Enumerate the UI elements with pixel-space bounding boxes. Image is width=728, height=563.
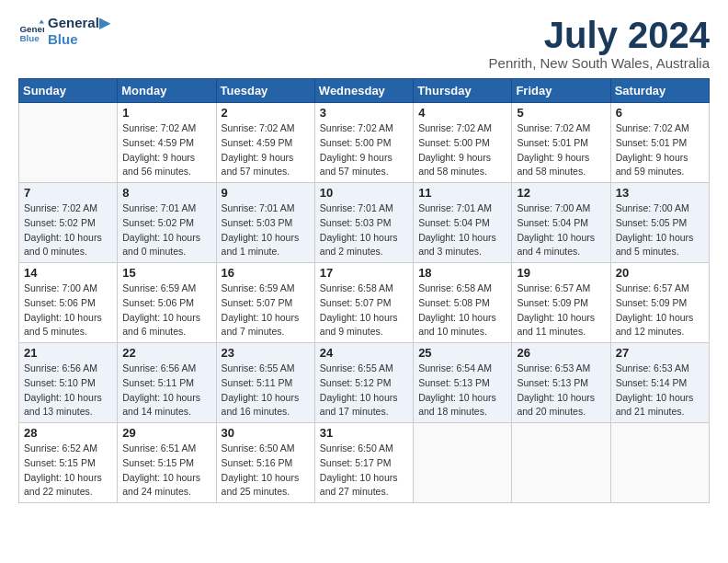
sunset-info: Sunset: 5:03 PM [320,216,408,231]
daylight-info-line2: and 9 minutes. [320,325,408,339]
svg-text:Blue: Blue [19,33,40,43]
sunrise-info: Sunrise: 6:55 AM [222,362,310,376]
table-row [414,423,512,503]
table-row [19,103,118,183]
daylight-info-line2: and 12 minutes. [616,325,704,339]
sunrise-info: Sunrise: 7:02 AM [24,201,112,216]
daylight-info-line1: Daylight: 10 hours [517,391,605,406]
table-row: 12Sunrise: 7:00 AMSunset: 5:04 PMDayligh… [512,183,610,263]
calendar-week-row: 7Sunrise: 7:02 AMSunset: 5:02 PMDaylight… [19,183,710,263]
daylight-info-line1: Daylight: 10 hours [122,471,210,486]
sunrise-info: Sunrise: 6:53 AM [616,362,704,376]
daylight-info-line1: Daylight: 10 hours [222,311,310,326]
daylight-info-line1: Daylight: 10 hours [616,391,704,406]
daylight-info-line2: and 59 minutes. [616,165,704,179]
table-row: 17Sunrise: 6:58 AMSunset: 5:07 PMDayligh… [314,263,413,343]
table-row: 9Sunrise: 7:01 AMSunset: 5:03 PMDaylight… [216,183,314,263]
sunset-info: Sunset: 5:14 PM [616,376,704,391]
daylight-info-line1: Daylight: 10 hours [24,471,112,486]
sunset-info: Sunset: 5:09 PM [616,296,704,311]
day-number: 5 [517,106,605,120]
daylight-info-line2: and 6 minutes. [122,325,210,339]
day-number: 19 [517,266,605,280]
day-number: 17 [320,266,408,280]
calendar-container: General Blue General▶ Blue July 2024 Pen… [0,0,728,518]
day-number: 21 [24,346,112,360]
table-row: 19Sunrise: 6:57 AMSunset: 5:09 PMDayligh… [512,263,610,343]
daylight-info-line2: and 21 minutes. [616,405,704,419]
daylight-info-line1: Daylight: 10 hours [616,311,704,326]
daylight-info-line1: Daylight: 10 hours [320,391,408,406]
sunrise-info: Sunrise: 7:01 AM [122,201,210,216]
sunrise-info: Sunrise: 6:57 AM [517,282,605,296]
daylight-info-line2: and 14 minutes. [122,405,210,419]
day-number: 3 [320,106,408,120]
daylight-info-line2: and 5 minutes. [24,325,112,339]
table-row: 30Sunrise: 6:50 AMSunset: 5:16 PMDayligh… [216,423,314,503]
table-row: 23Sunrise: 6:55 AMSunset: 5:11 PMDayligh… [216,343,314,423]
day-number: 14 [24,266,112,280]
table-row: 4Sunrise: 7:02 AMSunset: 5:00 PMDaylight… [414,103,512,183]
daylight-info-line1: Daylight: 9 hours [616,151,704,166]
sunset-info: Sunset: 5:09 PM [517,296,605,311]
logo-general: General▶ [48,15,110,31]
day-number: 10 [320,186,408,200]
calendar-header-row: Sunday Monday Tuesday Wednesday Thursday… [19,79,710,103]
sunrise-info: Sunrise: 7:00 AM [24,282,112,296]
col-saturday: Saturday [610,79,709,103]
table-row: 21Sunrise: 6:56 AMSunset: 5:10 PMDayligh… [19,343,118,423]
sunrise-info: Sunrise: 7:01 AM [418,201,506,216]
table-row: 18Sunrise: 6:58 AMSunset: 5:08 PMDayligh… [414,263,512,343]
table-row: 14Sunrise: 7:00 AMSunset: 5:06 PMDayligh… [19,263,118,343]
daylight-info-line2: and 58 minutes. [517,165,605,179]
daylight-info-line2: and 27 minutes. [320,485,408,500]
table-row: 3Sunrise: 7:02 AMSunset: 5:00 PMDaylight… [314,103,413,183]
day-number: 30 [222,426,310,440]
daylight-info-line1: Daylight: 10 hours [418,311,506,326]
sunrise-info: Sunrise: 6:56 AM [24,362,112,376]
sunset-info: Sunset: 5:01 PM [517,136,605,151]
calendar-week-row: 14Sunrise: 7:00 AMSunset: 5:06 PMDayligh… [19,263,710,343]
table-row: 31Sunrise: 6:50 AMSunset: 5:17 PMDayligh… [314,423,413,503]
day-number: 7 [24,186,112,200]
table-row: 6Sunrise: 7:02 AMSunset: 5:01 PMDaylight… [610,103,709,183]
sunset-info: Sunset: 4:59 PM [222,136,310,151]
daylight-info-line2: and 18 minutes. [418,405,506,419]
daylight-info-line1: Daylight: 10 hours [122,311,210,326]
calendar-table: Sunday Monday Tuesday Wednesday Thursday… [18,78,710,503]
table-row: 16Sunrise: 6:59 AMSunset: 5:07 PMDayligh… [216,263,314,343]
sunset-info: Sunset: 5:11 PM [222,376,310,391]
day-number: 31 [320,426,408,440]
daylight-info-line1: Daylight: 10 hours [320,471,408,486]
daylight-info-line2: and 58 minutes. [418,165,506,179]
table-row: 28Sunrise: 6:52 AMSunset: 5:15 PMDayligh… [19,423,118,503]
sunrise-info: Sunrise: 7:02 AM [222,121,310,136]
sunrise-info: Sunrise: 6:52 AM [24,442,112,456]
day-number: 1 [122,106,210,120]
table-row: 1Sunrise: 7:02 AMSunset: 4:59 PMDaylight… [118,103,216,183]
col-wednesday: Wednesday [314,79,413,103]
daylight-info-line1: Daylight: 10 hours [320,311,408,326]
sunrise-info: Sunrise: 7:02 AM [320,121,408,136]
table-row: 10Sunrise: 7:01 AMSunset: 5:03 PMDayligh… [314,183,413,263]
sunrise-info: Sunrise: 6:50 AM [222,442,310,456]
daylight-info-line1: Daylight: 10 hours [418,391,506,406]
daylight-info-line2: and 0 minutes. [122,245,210,259]
sunset-info: Sunset: 5:13 PM [517,376,605,391]
logo-blue: Blue [48,31,110,48]
daylight-info-line1: Daylight: 9 hours [418,151,506,166]
sunrise-info: Sunrise: 7:00 AM [517,201,605,216]
table-row: 20Sunrise: 6:57 AMSunset: 5:09 PMDayligh… [610,263,709,343]
daylight-info-line1: Daylight: 10 hours [24,231,112,246]
daylight-info-line1: Daylight: 10 hours [517,231,605,246]
sunrise-info: Sunrise: 6:59 AM [222,282,310,296]
sunset-info: Sunset: 5:00 PM [320,136,408,151]
table-row: 11Sunrise: 7:01 AMSunset: 5:04 PMDayligh… [414,183,512,263]
daylight-info-line2: and 56 minutes. [122,165,210,179]
daylight-info-line1: Daylight: 10 hours [320,231,408,246]
sunset-info: Sunset: 5:04 PM [517,216,605,231]
sunrise-info: Sunrise: 6:58 AM [418,282,506,296]
daylight-info-line1: Daylight: 10 hours [517,311,605,326]
table-row: 13Sunrise: 7:00 AMSunset: 5:05 PMDayligh… [610,183,709,263]
day-number: 20 [616,266,704,280]
